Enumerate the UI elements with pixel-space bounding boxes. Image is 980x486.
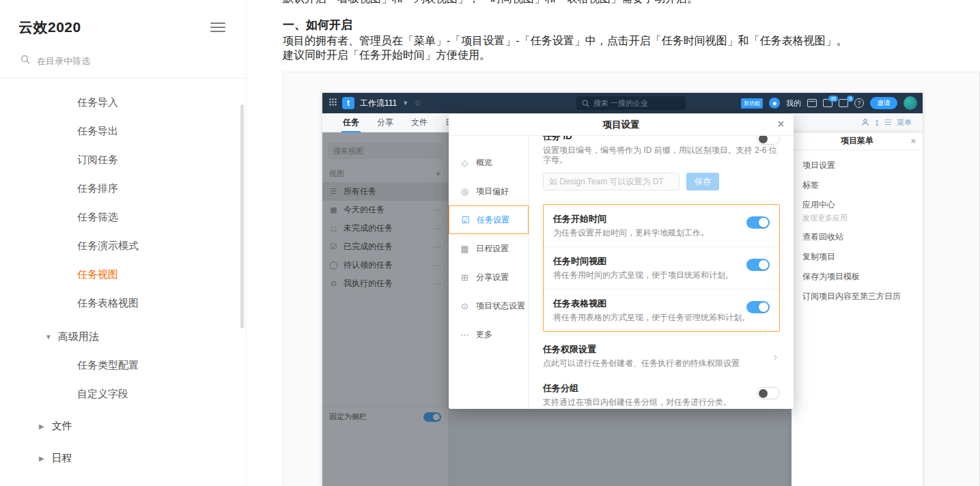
menu-item-project-settings[interactable]: 项目设置 [792, 156, 923, 175]
workspace-name[interactable]: 工作流111 [360, 98, 397, 109]
docs-sidebar-header: 云效2020 [0, 0, 246, 37]
close-icon[interactable]: × [778, 118, 784, 130]
status-icon: ⊙ [460, 301, 470, 311]
docs-filter-input[interactable] [37, 56, 201, 66]
task-grouping-toggle[interactable] [757, 387, 780, 399]
project-menu-button[interactable]: 菜单 [897, 117, 912, 128]
dialog-menu-preferences[interactable]: ◎ 项目偏好 [449, 177, 529, 205]
search-icon [20, 55, 30, 67]
section-task-id: 任务 ID 设置项目编号，编号将作为 ID 前缀，用以区别项目。支持 2-6 位… [543, 136, 780, 165]
task-id-toggle[interactable] [757, 136, 780, 145]
invite-button[interactable]: 邀请 [870, 97, 897, 109]
section-desc: 为任务设置开始时间，更科学地规划工作。 [553, 228, 770, 238]
overview-icon: ◇ [460, 158, 470, 168]
section-task-start-time: 任务开始时间 为任务设置开始时间，更科学地规划工作。 [544, 205, 779, 246]
nav-section-files[interactable]: ▶ 文件 [0, 412, 246, 440]
clipped-paragraph: 默认开启「看板视图」和「列表视图」，「时间视图」和「表格视图」需要手动开启。 [283, 0, 980, 8]
nav-item-task-demo-mode[interactable]: 任务演示模式 [0, 231, 246, 260]
nav-item-task-view-active[interactable]: 任务视图 [0, 260, 246, 289]
dialog-title: 项目设置 [603, 119, 640, 131]
avatar[interactable] [904, 96, 917, 110]
tab-tasks[interactable]: 任务 [343, 113, 359, 132]
nav-group-advanced-usage[interactable]: ▼ 高级用法 [0, 322, 246, 351]
ellipsis-icon: ⋯ [460, 330, 470, 340]
docs-filter[interactable] [0, 37, 246, 78]
task-time-view-toggle[interactable] [746, 259, 770, 271]
message-icon[interactable]: 9 [839, 99, 848, 107]
tab-share[interactable]: 分享 [377, 113, 393, 132]
grid-apps-icon[interactable] [329, 98, 337, 108]
global-search-input[interactable]: 搜索 一搜的企业 [576, 96, 686, 110]
sidebar-scrollbar-thumb[interactable] [240, 104, 244, 328]
nav-section-label: 日程 [52, 452, 72, 465]
save-button[interactable]: 保存 [686, 173, 719, 190]
mine-label[interactable]: 我的 [786, 98, 801, 109]
tab-files[interactable]: 文件 [411, 113, 428, 132]
menu-item-tags[interactable]: 标签 [792, 175, 923, 195]
menu-label: 项目状态设置 [476, 300, 525, 312]
nav-item-custom-fields[interactable]: 自定义字段 [0, 380, 246, 408]
nav-item-subscribe-task[interactable]: 订阅任务 [0, 145, 246, 174]
section-heading: 一、如何开启 [283, 16, 980, 34]
menu-label: 项目偏好 [476, 186, 509, 197]
message-badge: 9 [847, 96, 854, 102]
chevron-right-icon: ▶ [39, 455, 44, 462]
hamburger-menu-icon[interactable] [210, 18, 225, 36]
menu-item-subscribe-calendar[interactable]: 订阅项目内容至第三方日历 [792, 287, 923, 306]
nav-item-task-import[interactable]: 任务导入 [0, 88, 246, 117]
calendar-icon[interactable] [807, 99, 817, 107]
highlighted-settings-group: 任务开始时间 为任务设置开始时间，更科学地规划工作。 任务时间视图 将任务用时间… [543, 204, 780, 332]
dialog-menu-task-settings-active[interactable]: ☑ 任务设置 [449, 205, 529, 234]
section-title: 任务分组 [543, 383, 780, 393]
dialog-menu-more[interactable]: ⋯ 更多 [449, 320, 529, 349]
docs-nav: 任务导入 任务导出 订阅任务 任务排序 任务筛选 任务演示模式 任务视图 任务表… [0, 78, 246, 472]
project-menu-list: 项目设置 标签 应用中心 发现更多应用 查看回收站 复制项目 保存为项目模板 订… [792, 150, 923, 306]
notification-icon[interactable]: 45 [823, 99, 832, 107]
nav-group-label: 高级用法 [58, 330, 99, 343]
eye-icon: ◎ [460, 186, 470, 197]
menu-item-label: 应用中心 [802, 199, 912, 211]
chevron-down-icon: ▼ [45, 333, 52, 341]
menu-label: 日程设置 [476, 243, 509, 255]
nav-section-schedule[interactable]: ▶ 日程 [0, 444, 246, 472]
menu-item-recycle-bin[interactable]: 查看回收站 [792, 227, 923, 247]
task-id-input[interactable] [543, 173, 680, 190]
embedded-screenshot: t 工作流111 ▼ ☆ 搜索 一搜的企业 新功能 ◆ 我的 45 [322, 93, 923, 486]
close-icon[interactable]: × [910, 136, 916, 146]
nav-item-task-type-config[interactable]: 任务类型配置 [0, 351, 246, 380]
section-desc: 设置项目编号，编号将作为 ID 前缀，用以区别项目。支持 2-6 位字母。 [543, 145, 780, 165]
nav-item-task-sort[interactable]: 任务排序 [0, 174, 246, 203]
dialog-body: ◇ 概览 ◎ 项目偏好 ☑ 任务设置 [449, 136, 794, 409]
help-icon[interactable]: ? [854, 98, 864, 108]
menu-item-copy-project[interactable]: 复制项目 [792, 247, 923, 267]
task-table-view-toggle[interactable] [746, 301, 770, 313]
chevron-down-icon[interactable]: ▼ [402, 100, 408, 106]
star-icon[interactable]: ☆ [414, 98, 421, 108]
section-task-permission[interactable]: 任务权限设置 点此可以进行任务创建者、任务执行者的特殊权限设置 › [543, 344, 780, 368]
section-task-grouping: 任务分组 支持通过在项目内创建任务分组，对任务进行分类。 [543, 383, 780, 407]
menu-item-app-center[interactable]: 应用中心 发现更多应用 [792, 195, 923, 227]
upgrade-icon[interactable]: ◆ [769, 98, 780, 109]
article: 默认开启「看板视图」和「列表视图」，「时间视图」和「表格视图」需要手动开启。 一… [247, 0, 980, 486]
layout-grid-icon[interactable]: ☷ [884, 118, 891, 127]
section-title: 任务 ID [543, 136, 780, 141]
nav-item-task-filter[interactable]: 任务筛选 [0, 203, 246, 231]
dialog-menu-overview[interactable]: ◇ 概览 [449, 148, 529, 177]
menu-label: 概览 [476, 157, 492, 169]
dialog-menu-share-settings[interactable]: ⊞ 分享设置 [449, 263, 529, 291]
task-start-time-toggle[interactable] [746, 216, 770, 229]
dialog-menu-schedule-settings[interactable]: ▦ 日程设置 [449, 234, 529, 263]
chevron-right-icon[interactable]: › [774, 351, 777, 363]
nav-item-task-export[interactable]: 任务导出 [0, 117, 246, 145]
section-task-table-view: 任务表格视图 将任务用表格的方式呈现，便于任务管理统筹和计划。 [544, 289, 779, 331]
members-icon[interactable] [861, 118, 869, 128]
menu-item-sublabel: 发现更多应用 [802, 213, 912, 223]
app-logo[interactable]: t [342, 97, 354, 109]
dialog-menu-status-settings[interactable]: ⊙ 项目状态设置 [449, 291, 529, 320]
menu-item-save-as-template[interactable]: 保存为项目模板 [792, 267, 923, 287]
docs-sidebar: 云效2020 任务导入 任务导出 订阅任务 任务排序 任务筛选 任务演示模式 任… [0, 0, 247, 486]
section-title: 任务时间视图 [553, 256, 770, 266]
nav-section-label: 文件 [52, 420, 72, 433]
new-feature-badge[interactable]: 新功能 [741, 98, 763, 109]
nav-item-task-table-view[interactable]: 任务表格视图 [0, 289, 246, 317]
